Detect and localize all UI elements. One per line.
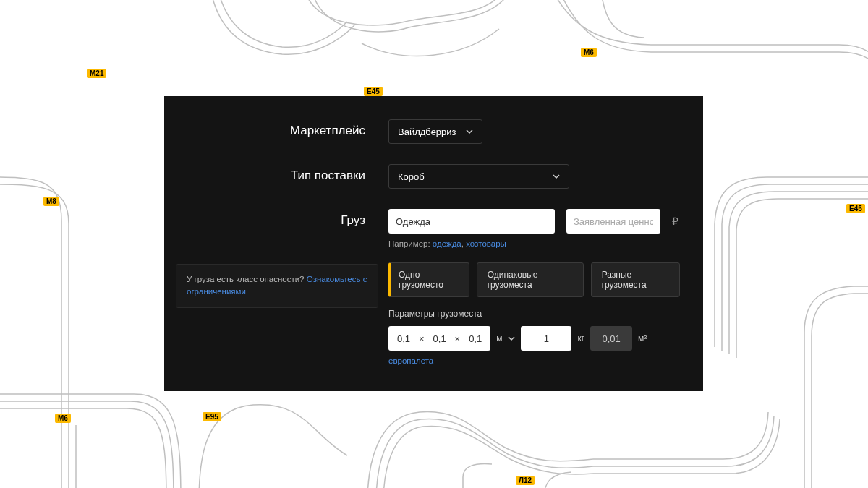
europallet-link-row: европалета (388, 356, 680, 365)
tab-identical-places[interactable]: Одинаковые грузоместа (477, 262, 584, 297)
cargo-hint: Например: одежда, хозтовары (388, 239, 680, 248)
volume-display: 0,01 (590, 326, 632, 351)
cargo-name-input[interactable] (388, 209, 555, 234)
row-marketplace: Маркетплейс Вайлдберриз (164, 119, 703, 144)
road-label-e45-top: Е45 (364, 87, 383, 96)
delivery-type-value: Короб (398, 171, 425, 182)
marketplace-dropdown[interactable]: Вайлдберриз (388, 119, 482, 144)
road-label-e45-right: Е45 (846, 204, 865, 213)
dimensions-input[interactable]: 0,1 × 0,1 × 0,1 (388, 326, 490, 351)
shipping-form-panel: Маркетплейс Вайлдберриз Тип поставки Кор… (164, 96, 703, 391)
delivery-type-label: Тип поставки (164, 164, 388, 183)
dim-length: 0,1 (396, 333, 412, 344)
hint-link-clothes[interactable]: одежда (433, 239, 461, 248)
weight-value: 1 (544, 333, 549, 344)
europallet-link[interactable]: европалета (388, 356, 433, 365)
dim-width: 0,1 (432, 333, 448, 344)
cargo-label: Груз (164, 209, 388, 228)
road-label-l12: Л12 (516, 476, 535, 485)
dim-height: 0,1 (467, 333, 483, 344)
dim-sep: × (419, 333, 425, 344)
road-label-m8: М8 (43, 197, 59, 206)
hazard-text: У груза есть класс опасности? (187, 275, 307, 283)
cargo-tabs: Одно грузоместо Одинаковые грузоместа Ра… (388, 262, 680, 297)
params-row: 0,1 × 0,1 × 0,1 м 1 кг 0,01 (388, 326, 680, 351)
tab-single-place[interactable]: Одно грузоместо (388, 262, 469, 297)
volume-unit-label: м³ (638, 333, 647, 343)
chevron-down-icon (553, 174, 560, 179)
volume-value: 0,01 (602, 333, 620, 344)
road-label-m21: М21 (87, 69, 106, 78)
chevron-down-icon (466, 129, 473, 134)
road-label-m6-top: М6 (581, 48, 597, 57)
marketplace-label: Маркетплейс (164, 119, 388, 138)
road-label-m6-bottom: М6 (55, 414, 71, 423)
weight-input[interactable]: 1 (521, 326, 571, 351)
hazard-info-box: У груза есть класс опасности? Ознакомьте… (176, 264, 378, 308)
hint-link-household[interactable]: хозтовары (466, 239, 506, 248)
row-delivery-type: Тип поставки Короб (164, 164, 703, 189)
delivery-type-dropdown[interactable]: Короб (388, 164, 569, 189)
dim-sep: × (455, 333, 461, 344)
marketplace-value: Вайлдберриз (398, 127, 456, 137)
chevron-down-icon (508, 336, 515, 341)
cargo-price-input[interactable] (566, 209, 660, 234)
tab-different-places[interactable]: Разные грузоместа (591, 262, 680, 297)
weight-unit-label: кг (577, 333, 584, 343)
dim-unit-dropdown[interactable] (508, 336, 515, 341)
ruble-icon: ₽ (672, 215, 678, 227)
params-title: Параметры грузоместа (388, 309, 680, 319)
dim-unit-label: м (496, 333, 502, 343)
road-label-e95: Е95 (203, 412, 221, 421)
